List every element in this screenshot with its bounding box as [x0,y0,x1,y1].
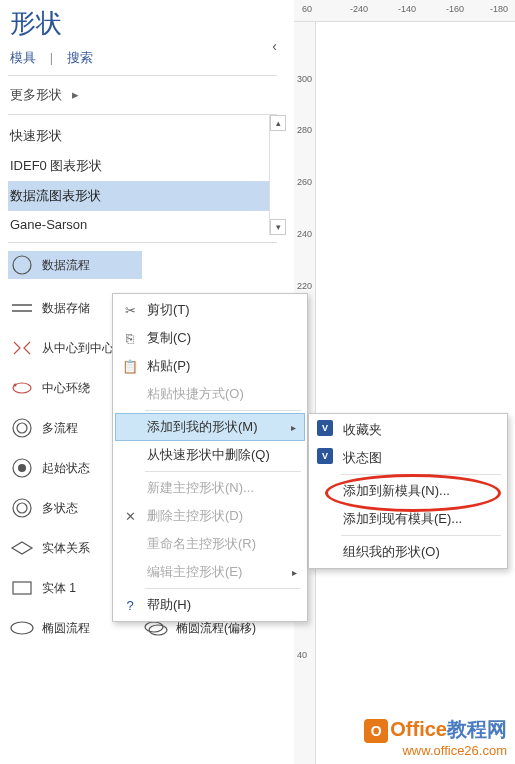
chevron-right-icon: ▸ [291,422,296,433]
submenu-state-diagram[interactable]: V状态图 [311,444,505,472]
stencil-item-selected[interactable]: 数据流图表形状 [8,181,277,211]
menu-separator [145,471,301,472]
menu-delete-master: ✕删除主控形状(D) [115,502,305,530]
logo-icon: O [364,719,388,743]
context-menu: ✂剪切(T) ⎘复制(C) 📋粘贴(P) 粘贴快捷方式(O) 添加到我的形状(M… [112,293,308,622]
menu-edit-master: 编辑主控形状(E)▸ [115,558,305,586]
menu-add-to-my-shapes[interactable]: 添加到我的形状(M)▸ [115,413,305,441]
menu-new-master: 新建主控形状(N)... [115,474,305,502]
submenu: V收藏夹 V状态图 添加到新模具(N)... 添加到现有模具(E)... 组织我… [308,413,508,569]
double-circle-icon [8,417,36,439]
circle-icon [8,254,36,276]
filled-circle-icon [8,457,36,479]
stencil-scrollbar[interactable]: ▴ ▾ [269,115,285,235]
menu-cut[interactable]: ✂剪切(T) [115,296,305,324]
menu-separator [145,588,301,589]
scroll-down-button[interactable]: ▾ [270,219,286,235]
more-shapes-button[interactable]: 更多形状 ▸ [0,76,285,114]
chevron-right-icon: ▸ [292,567,297,578]
svg-point-9 [13,499,31,517]
tab-search[interactable]: 搜索 [67,50,93,65]
menu-separator [145,410,301,411]
scissors-icon: ✂ [121,301,139,319]
svg-point-0 [13,256,31,274]
panel-title: 形状 [0,0,285,47]
menu-help[interactable]: ?帮助(H) [115,591,305,619]
menu-separator [341,535,501,536]
copy-icon: ⎘ [121,329,139,347]
submenu-add-to-new-stencil[interactable]: 添加到新模具(N)... [311,477,505,505]
menu-paste[interactable]: 📋粘贴(P) [115,352,305,380]
double-circle-icon [8,497,36,519]
x-icon: ✕ [121,507,139,525]
svg-point-15 [149,625,167,635]
svg-point-14 [145,622,163,632]
svg-point-6 [17,423,27,433]
loop-icon [8,377,36,399]
chevron-right-icon: ▸ [72,87,79,102]
submenu-organize-shapes[interactable]: 组织我的形状(O) [311,538,505,566]
menu-copy[interactable]: ⎘复制(C) [115,324,305,352]
stencil-item[interactable]: IDEF0 图表形状 [8,151,277,181]
watermark: OOffice教程网 www.office26.com [364,716,507,758]
submenu-add-to-existing-stencil[interactable]: 添加到现有模具(E)... [311,505,505,533]
tab-stencils[interactable]: 模具 [10,50,36,65]
menu-paste-shortcut: 粘贴快捷方式(O) [115,380,305,408]
diamond-icon [8,537,36,559]
submenu-favorites[interactable]: V收藏夹 [311,416,505,444]
rect-icon [8,577,36,599]
svg-point-5 [13,419,31,437]
help-icon: ? [121,596,139,614]
visio-icon: V [317,448,333,464]
stencil-item[interactable]: Gane-Sarson [8,211,277,238]
paste-icon: 📋 [121,357,139,375]
menu-separator [341,474,501,475]
shape-item-selected[interactable]: 数据流程 [8,251,142,279]
menu-rename-master: 重命名主控形状(R) [115,530,305,558]
svg-point-8 [18,464,26,472]
stencil-item[interactable]: 快速形状 [8,121,277,151]
scroll-up-button[interactable]: ▴ [270,115,286,131]
ellipse-icon [8,617,36,639]
center-icon [8,337,36,359]
collapse-toggle[interactable]: ‹ [272,38,277,54]
stencil-list: 快速形状 IDEF0 图表形状 数据流图表形状 Gane-Sarson ▴ ▾ [0,115,285,238]
svg-point-10 [17,503,27,513]
menu-remove-from-quick[interactable]: 从快速形状中删除(Q) [115,441,305,469]
doubleline-icon [8,297,36,319]
svg-rect-11 [13,582,31,594]
svg-point-13 [11,622,33,634]
tab-separator: | [50,50,53,65]
horizontal-ruler: 60 -240 -140 -160 -180 [294,0,515,22]
svg-point-4 [14,384,17,387]
visio-icon: V [317,420,333,436]
